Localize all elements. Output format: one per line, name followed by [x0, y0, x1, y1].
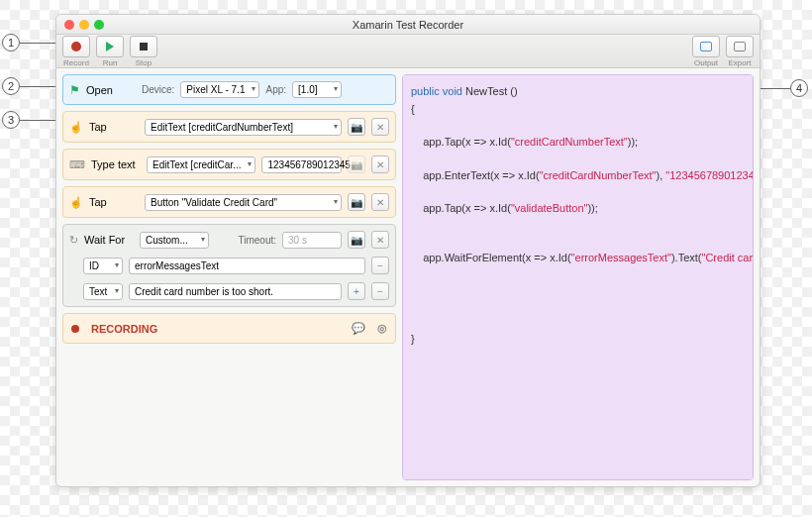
wait-id-input[interactable]: errorMessagesText [129, 258, 365, 274]
wait-mode-select[interactable]: Custom... [140, 232, 209, 249]
device-label: Device: [142, 84, 174, 95]
delete-step-button[interactable]: ✕ [371, 118, 389, 136]
remove-condition-button[interactable]: − [371, 257, 389, 274]
stop-icon [140, 43, 148, 51]
add-condition-button[interactable]: + [348, 282, 365, 300]
screenshot-button[interactable]: 📷 [348, 155, 365, 173]
output-icon [700, 42, 712, 52]
step-type-text: ⌨ Type text EditText [creditCar... 12345… [62, 149, 396, 180]
delete-step-button[interactable]: ✕ [371, 231, 389, 249]
callout-line [20, 86, 55, 87]
stop-button[interactable] [130, 36, 157, 57]
flag-icon: ⚑ [69, 83, 80, 97]
wait-text-select[interactable]: Text [83, 283, 123, 300]
recording-label: RECORDING [91, 323, 157, 335]
open-label: Open [86, 84, 136, 96]
export-icon [734, 42, 746, 52]
app-window: Xamarin Test Recorder Record Run Stop Ou… [55, 14, 761, 487]
export-button[interactable] [726, 36, 754, 57]
delete-step-button[interactable]: ✕ [371, 155, 389, 173]
timeout-label: Timeout: [238, 235, 276, 246]
record-icon [71, 42, 81, 52]
step-target-select[interactable]: EditText [creditCardNumberText] [145, 119, 342, 136]
keyboard-icon: ⌨ [69, 158, 85, 171]
timeout-input[interactable]: 30 s [282, 232, 342, 249]
clock-icon: ↻ [69, 234, 78, 247]
target-icon[interactable]: ◎ [377, 322, 387, 335]
step-action: Type text [91, 158, 141, 170]
device-select[interactable]: Pixel XL - 7.1 [180, 81, 259, 98]
steps-panel: ⚑ Open Device: Pixel XL - 7.1 App: [1.0]… [62, 74, 396, 480]
wait-text-input[interactable]: Credit card number is too short. [129, 283, 342, 300]
play-icon [106, 42, 114, 52]
screenshot-button[interactable]: 📷 [348, 193, 365, 211]
remove-condition-button[interactable]: − [371, 282, 389, 300]
open-row: ⚑ Open Device: Pixel XL - 7.1 App: [1.0] [62, 74, 396, 105]
callout-4: 4 [790, 79, 808, 97]
wait-id-select[interactable]: ID [83, 258, 123, 274]
code-panel: public void NewTest () { app.Tap(x => x.… [402, 74, 754, 480]
step-action: Tap [89, 196, 139, 208]
callout-line [761, 88, 790, 89]
wait-label: Wait For [84, 234, 134, 246]
delete-step-button[interactable]: ✕ [371, 193, 389, 211]
step-target-select[interactable]: Button "Validate Credit Card" [145, 194, 342, 211]
chat-icon[interactable]: 💬 [352, 322, 365, 335]
app-label: App: [265, 84, 286, 95]
callout-3: 3 [2, 111, 20, 129]
callout-line [20, 120, 55, 121]
wait-row: ↻ Wait For Custom... Timeout: 30 s 📷 ✕ I… [62, 224, 396, 307]
record-button[interactable] [62, 36, 90, 57]
recording-row: RECORDING 💬 ◎ [62, 313, 396, 344]
screenshot-button[interactable]: 📷 [348, 231, 365, 249]
callout-2: 2 [2, 77, 20, 95]
app-select[interactable]: [1.0] [292, 81, 342, 98]
titlebar: Xamarin Test Recorder [56, 15, 760, 35]
tap-icon: ☝ [69, 121, 83, 134]
step-tap-1: ☝ Tap EditText [creditCardNumberText] 📷 … [62, 111, 396, 143]
screenshot-button[interactable]: 📷 [348, 118, 365, 136]
recording-icon [71, 325, 79, 333]
step-target-select[interactable]: EditText [creditCar... [147, 156, 255, 173]
run-button[interactable] [96, 36, 124, 57]
toolbar: Record Run Stop Output Export [56, 35, 760, 68]
callout-line [20, 43, 55, 44]
step-tap-2: ☝ Tap Button "Validate Credit Card" 📷 ✕ [62, 186, 396, 218]
tap-icon: ☝ [69, 196, 83, 209]
output-button[interactable] [692, 36, 720, 57]
window-title: Xamarin Test Recorder [56, 19, 760, 31]
step-value-input[interactable]: 123456789012345 [261, 156, 342, 173]
callout-1: 1 [2, 34, 20, 52]
content-area: ⚑ Open Device: Pixel XL - 7.1 App: [1.0]… [56, 68, 760, 486]
step-action: Tap [89, 121, 139, 133]
